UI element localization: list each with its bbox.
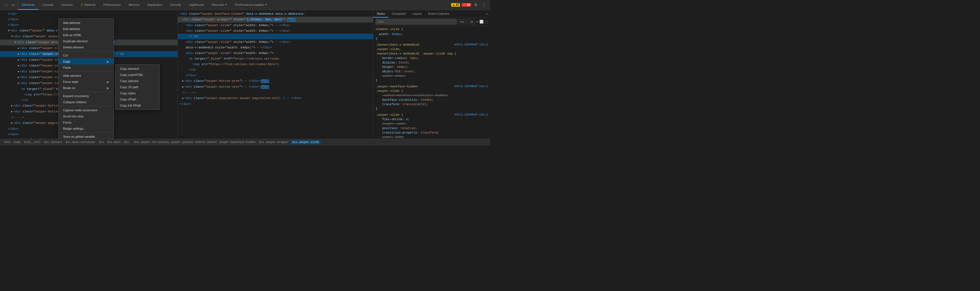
style-rule-banner: .banner[data-v-9e96e0cd] entry.3234deef.… — [375, 43, 488, 83]
submenu-copy-xpath[interactable]: Copy XPath — [116, 96, 159, 102]
dom-line-selected[interactable]: == $0 — [178, 34, 373, 39]
dom-line[interactable]: ▶<div class="swiper-pagination swiper-pa… — [178, 96, 373, 101]
menu-capture-screenshot[interactable]: Capture node screenshot — [59, 107, 114, 113]
dom-line[interactable]: <div class="swiper-slide" style="width: … — [178, 50, 373, 56]
dom-line[interactable]: </div> — [178, 73, 373, 78]
styles-toolbar: :hov .cls + ⬜ ⬚ — [373, 18, 490, 26]
hov-button[interactable]: :hov — [458, 19, 466, 24]
menu-edit-attribute[interactable]: Edit attribute — [59, 26, 114, 32]
menu-copy[interactable]: Copy ▶ — [59, 58, 114, 64]
style-rule-backface: .swiper-backface-hidden entry.3234deef.c… — [375, 84, 488, 111]
menu-break-on[interactable]: Break on ▶ — [59, 85, 114, 91]
submenu-copy-outerhtml[interactable]: Copy outerHTML — [116, 72, 159, 78]
menu-edit-as-html[interactable]: Edit as HTML — [59, 32, 114, 38]
dom-line[interactable]: <img src="https://file.xdclass.net/video… — [178, 61, 373, 67]
dom-line[interactable]: <!----> — [178, 90, 373, 96]
styles-icon-2[interactable]: ⬚ — [485, 20, 488, 24]
menu-expand-recursively[interactable]: Expand recursively — [59, 93, 114, 99]
tab-memory[interactable]: Memory — [125, 0, 143, 10]
dom-line[interactable]: ▶<div class="swiper-button-next"> ⋯ </di… — [178, 84, 373, 90]
breadcrumb-main-container[interactable]: div.main-container — [64, 140, 97, 144]
menu-hide-element[interactable]: Hide element — [59, 73, 114, 79]
style-sub-selector[interactable]: .swiper-slide, — [375, 47, 488, 51]
tab-performance[interactable]: Performance — [99, 0, 125, 10]
menu-store-global[interactable]: Store as global variable — [59, 134, 114, 139]
styles-filter-input[interactable] — [375, 19, 457, 24]
menu-force-state[interactable]: Force state ▶ — [59, 79, 114, 85]
inspect-icon[interactable]: ⬚ — [3, 2, 9, 8]
style-sub-selector[interactable]: .swiper-slide { — [375, 89, 488, 93]
tab-elements[interactable]: Elements — [18, 0, 38, 10]
dom-line[interactable]: <div class="swiper-slide" style="width: … — [178, 22, 373, 28]
dom-line[interactable]: data-v-9e96e0cd style="width: 840px;"> ⋯… — [178, 45, 373, 50]
submenu-copy-full-xpath[interactable]: Copy full XPath — [116, 102, 159, 109]
style-selector-text[interactable]: .banner[data-v-9e96e0cd] — [375, 43, 420, 47]
submenu-copy-element[interactable]: Copy element — [116, 66, 159, 72]
dom-line[interactable]: </div> — [178, 101, 373, 107]
menu-badge-settings[interactable]: Badge settings... — [59, 125, 114, 131]
dom-line[interactable]: ▶<div class="swiper-button-prev"> ⋯ </di… — [178, 78, 373, 84]
dom-line[interactable]: </a> — [178, 67, 373, 73]
style-prop-line: display: block; — [375, 60, 488, 65]
menu-scroll-into-view[interactable]: Scroll into view — [59, 113, 114, 119]
breadcrumb-swiper-wrapper[interactable]: div.swiper-wrapper — [257, 140, 291, 144]
dom-line[interactable]: <div class="swiper-slide" style="width: … — [178, 28, 373, 34]
breadcrumb-div[interactable]: div — [97, 140, 105, 144]
styles-tab-more[interactable]: » — [484, 10, 490, 18]
add-style-icon[interactable]: + — [476, 19, 478, 24]
tab-computed[interactable]: Computed — [388, 10, 409, 18]
tab-recorder[interactable]: Recorder ✦ — [208, 0, 231, 10]
settings-icon[interactable]: ⚙ — [473, 2, 479, 8]
tab-event-listeners[interactable]: Event Listeners — [425, 10, 453, 18]
styles-tabs: Styles Computed Layout Event Listeners » — [373, 10, 490, 18]
tab-performance-insights[interactable]: Performance insights ✦ — [231, 0, 270, 10]
dom-line[interactable]: <div class="swiper-wrapper" style="[-252… — [178, 17, 373, 22]
more-options-icon[interactable]: ⋮ — [480, 2, 487, 8]
style-selector2[interactable]: .banner[data-v-9e96e0cd] .swiper-slide i… — [375, 51, 488, 56]
tab-application[interactable]: Application — [143, 0, 166, 10]
tab-lighthouse[interactable]: Lighthouse — [185, 0, 208, 10]
dom-line[interactable]: <a target="_blank" href="https://xdclass… — [178, 56, 373, 61]
breadcrumb-body[interactable]: body — [12, 140, 22, 144]
tab-styles[interactable]: Styles — [373, 10, 388, 18]
breadcrumb-div2[interactable]: div. — [122, 140, 132, 144]
tab-security[interactable]: Security — [166, 0, 185, 10]
menu-cut[interactable]: Cut — [59, 52, 114, 58]
breadcrumb-swiper-horizontal[interactable]: div.swiper-horizontal.swiper-pointer-eve… — [132, 140, 257, 144]
style-prop[interactable]: width: 840px; — [375, 32, 403, 37]
break-on-arrow: ▶ — [107, 86, 109, 90]
breadcrumb-html[interactable]: html — [2, 140, 12, 144]
submenu-copy-styles[interactable]: Copy styles — [116, 90, 159, 96]
submenu-copy-selector[interactable]: Copy selector — [116, 78, 159, 84]
menu-delete-element[interactable]: Delete element — [59, 44, 114, 50]
submenu-copy-js-path[interactable]: Copy JS path — [116, 84, 159, 90]
cls-button[interactable]: .cls — [468, 19, 475, 24]
html-line[interactable]: </ul> — [0, 11, 178, 17]
dom-line[interactable]: <div class="swiper-slide" style="width: … — [178, 39, 373, 45]
style-selector-text[interactable]: .swiper-slide { — [375, 113, 403, 117]
breadcrumb-main[interactable]: div.main — [105, 140, 122, 144]
tab-layout[interactable]: Layout — [409, 10, 425, 18]
style-close: } — [375, 78, 488, 83]
style-selector[interactable]: element.style { — [375, 27, 488, 32]
style-source[interactable]: entry.3234deef.css:1 — [455, 113, 488, 117]
style-source[interactable]: entry.3234deef.css:1 — [455, 43, 488, 47]
device-icon[interactable]: ▭ — [10, 2, 16, 8]
menu-focus[interactable]: Focus — [59, 119, 114, 125]
menu-duplicate-element[interactable]: Duplicate element — [59, 38, 114, 44]
style-source[interactable]: entry.3234deef.css:1 — [455, 84, 488, 89]
styles-icon-1[interactable]: ⬜ — [479, 20, 484, 24]
menu-paste[interactable]: Paste — [59, 64, 114, 71]
menu-collapse-children[interactable]: Collapse children — [59, 99, 114, 105]
breadcrumb-swiper-slide[interactable]: div.swiper-slide — [291, 140, 321, 144]
style-prop-line: width: 840px; — [375, 74, 488, 78]
tab-console[interactable]: Console — [38, 0, 57, 10]
tab-sources[interactable]: Sources — [57, 0, 76, 10]
dom-line[interactable]: <div class="swiper-backface-hidden" data… — [178, 11, 373, 17]
tab-network[interactable]: ⚠ Network — [77, 0, 99, 10]
style-selector-text[interactable]: .swiper-backface-hidden — [375, 84, 418, 89]
breadcrumb-nuxt[interactable]: div#__nuxt — [22, 140, 42, 144]
breadcrumb-layouts[interactable]: div.layouts — [42, 140, 64, 144]
style-prop-line: backface-visibility: hidden; — [375, 98, 488, 102]
menu-add-attribute[interactable]: Add attribute — [59, 20, 114, 26]
